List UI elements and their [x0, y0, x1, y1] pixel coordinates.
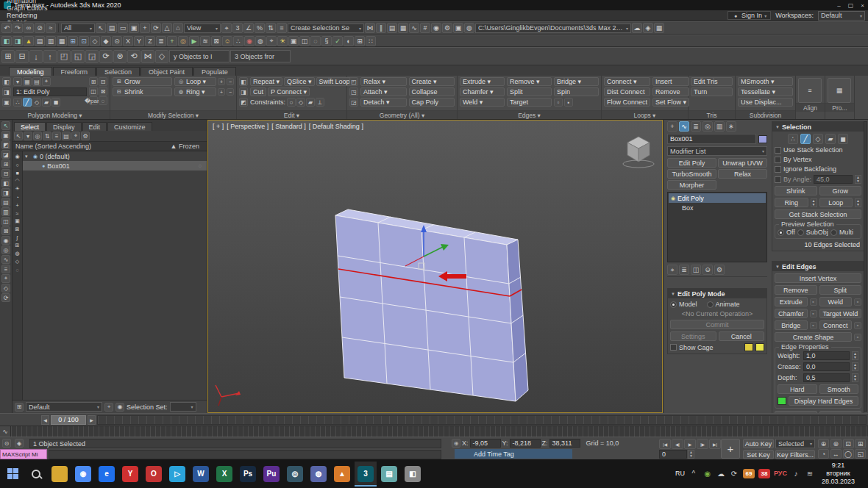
ribbon-button[interactable]: MSmooth ▾	[738, 77, 793, 86]
dock-select-icon[interactable]: ↖	[1, 121, 10, 130]
geo-side-1-icon[interactable]: ◰	[349, 77, 358, 86]
go-to-start-icon[interactable]: |◀	[659, 439, 671, 449]
ribbon-button[interactable]: Target	[507, 98, 552, 107]
bridge-settings-icon[interactable]: ▫	[810, 322, 817, 329]
axis-constraint-x-icon[interactable]: X	[123, 36, 133, 46]
settings-button[interactable]: Settings	[670, 331, 716, 341]
mini-curve-editor-icon[interactable]: ∿	[0, 426, 11, 437]
ribbon-button[interactable]: Use Displac...	[738, 98, 793, 107]
ribbon-button[interactable]: Insert	[652, 77, 689, 86]
vertex-subobject-icon[interactable]: ∴	[788, 134, 798, 144]
update-container-icon[interactable]: ⟳	[99, 50, 113, 63]
dock-tool-2-icon[interactable]: ▣	[1, 131, 10, 140]
dock-tool-14-icon[interactable]: ◎	[1, 245, 10, 254]
render-setup-icon[interactable]: ⚙	[442, 23, 452, 33]
render-icon[interactable]: ◍	[464, 23, 474, 33]
ribbon-button[interactable]: Connect ▾	[604, 77, 650, 86]
minimize-button[interactable]: –	[837, 2, 840, 9]
layer-view-icon[interactable]: ▤	[62, 132, 71, 140]
grow-button[interactable]: ⊞Grow	[113, 77, 172, 86]
utilities-tab-icon[interactable]: ∗	[726, 121, 736, 132]
hierarchy-tab-icon[interactable]: ≣	[691, 121, 701, 132]
media-player-icon[interactable]: ▲	[331, 462, 353, 487]
panel-label[interactable]: Geometry (All) ▾	[347, 110, 457, 119]
display-materials-icon[interactable]: ◍	[14, 250, 21, 257]
taskbar-search-button[interactable]	[25, 463, 47, 485]
rollout-header-edit-poly-mode[interactable]: ▼ Edit Poly Mode	[668, 289, 766, 298]
isolate-toggle-icon[interactable]: ◌	[310, 36, 321, 46]
model-radio[interactable]: Model	[670, 301, 697, 308]
modifier-set-button[interactable]: TurboSmooth	[667, 169, 716, 179]
display-xrefs-icon[interactable]: ⊠	[14, 226, 21, 233]
coordinate-z-field[interactable]: 38,311	[549, 439, 580, 448]
schematic-view-icon[interactable]: #	[420, 23, 430, 33]
cut-button[interactable]: Cut	[250, 87, 266, 96]
axis-constraint-y-icon[interactable]: Y	[134, 36, 144, 46]
animation-layers-icon[interactable]: ≋	[200, 36, 210, 46]
hard-button[interactable]: Hard	[778, 384, 817, 394]
close-button[interactable]: ×	[861, 2, 864, 9]
command-panel-scrollbar[interactable]	[864, 121, 867, 412]
opera-icon[interactable]: O	[143, 462, 165, 487]
go-to-end-icon[interactable]: ▶|	[709, 439, 721, 449]
hierarchy-view-icon[interactable]: ≡	[52, 132, 61, 140]
edit-side-2-icon[interactable]: ◨	[239, 87, 248, 96]
help-browser-icon[interactable]: ▦	[654, 23, 664, 33]
ribbon-button[interactable]: Detach ▾	[360, 98, 407, 107]
discord-icon[interactable]: ◍	[307, 462, 330, 487]
reference-coordinate-dropdown[interactable]: View▾	[184, 24, 221, 33]
border-subobject-icon[interactable]: ◇	[32, 98, 41, 107]
cage-color-swatch-2[interactable]	[755, 343, 764, 351]
cage-color-swatch-1[interactable]	[744, 343, 753, 351]
p-connect-button[interactable]: P Connect ▾	[268, 87, 310, 96]
weld-settings-icon[interactable]: ▫	[854, 298, 861, 306]
loop-button[interactable]: Loop	[819, 198, 853, 207]
pm-list-icon[interactable]: ▤	[32, 77, 41, 86]
display-helpers-icon[interactable]: +	[14, 201, 21, 209]
time-slider-track[interactable]	[97, 415, 867, 425]
element-subobject-icon[interactable]: ◼	[51, 98, 60, 107]
tray-expand-icon[interactable]: ^	[689, 468, 699, 478]
selected-set-dropdown[interactable]: Selected▾	[775, 439, 815, 448]
viewport-label[interactable]: [ + ]	[213, 123, 224, 130]
3ds-max-icon[interactable]: 3	[355, 462, 377, 487]
dock-tool-9-icon[interactable]: ▤	[1, 198, 10, 207]
explorer-tab[interactable]: Select	[14, 122, 46, 131]
geo-side-2-icon[interactable]: ◳	[349, 87, 358, 96]
auto-key-button[interactable]: Auto Key	[743, 439, 774, 448]
spacing-tool-icon[interactable]: ∷	[366, 36, 376, 46]
capture-animation-icon[interactable]: ◉	[244, 36, 255, 46]
geo-side-3-icon[interactable]: ◲	[349, 98, 358, 107]
extrude-button[interactable]: Extrude	[775, 297, 808, 306]
weight-field[interactable]: 1,0	[803, 351, 850, 360]
dock-tool-3-icon[interactable]: ◩	[1, 140, 10, 149]
reload-container-icon[interactable]: ⟲	[127, 50, 140, 63]
zoom-extents-all-icon[interactable]: ⊞	[855, 439, 866, 448]
photoshop-icon[interactable]: Ps	[237, 462, 259, 487]
dock-tool-4-icon[interactable]: ◪	[1, 150, 10, 159]
make-unique-icon[interactable]: ◫	[691, 265, 701, 275]
depth-field[interactable]: 0,5	[803, 373, 850, 382]
yandex-browser-icon[interactable]: Y	[119, 462, 141, 487]
open-in-app-icon[interactable]: ◈	[643, 23, 653, 33]
render-presets-icon[interactable]: ▣	[288, 36, 299, 46]
explorer-tab[interactable]: Edit	[82, 122, 107, 131]
previous-frame-icon[interactable]: ◀|	[672, 439, 683, 449]
dock-tool-11-icon[interactable]: ◫	[1, 217, 10, 226]
align-icon[interactable]: ∥	[376, 23, 386, 33]
word-icon[interactable]: W	[190, 462, 212, 487]
add-time-tag-button[interactable]: Add Time Tag	[455, 449, 572, 459]
edge-icon[interactable]: e	[96, 462, 118, 487]
mirror-icon[interactable]: ⋈	[365, 23, 375, 33]
scripts-icon[interactable]: §	[321, 36, 332, 46]
remove-modifier-icon[interactable]: ⊖	[702, 265, 713, 275]
selection-filter-dropdown[interactable]: All▾	[61, 24, 95, 33]
pm-collapse-icon[interactable]: ◧	[2, 77, 11, 86]
pm-side-6-icon[interactable]: ◌	[99, 96, 107, 105]
edge-subobject-icon[interactable]: ╱	[23, 98, 32, 107]
panel-label[interactable]: Subdivision	[736, 110, 795, 119]
expand-arrow-icon[interactable]: ▾	[25, 154, 31, 159]
key-filters-button[interactable]: Key Filters...	[775, 450, 815, 459]
taskbar-clock[interactable]: 9:21 вторник 28.03.2023	[819, 462, 858, 485]
container-helper-icon[interactable]: ◇	[155, 50, 168, 63]
